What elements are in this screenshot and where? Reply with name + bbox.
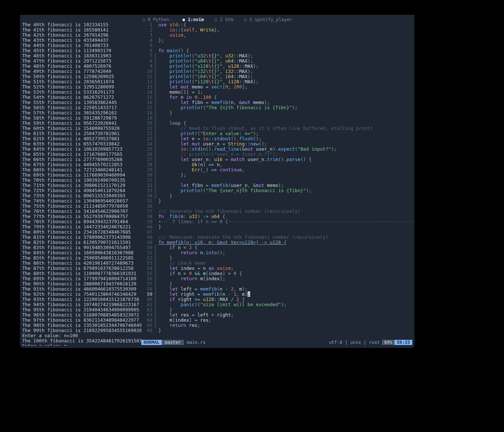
code-line[interactable]: 39+-- 7 lines: if n == 0 {··············… bbox=[141, 219, 412, 224]
code-line[interactable]: 25 io::stdin().read_line(&mut user_n).ex… bbox=[141, 147, 412, 152]
output-line: The 98th fibonacci is 135301852344706746… bbox=[22, 323, 141, 328]
code-line[interactable]: 2 io::{self, Write}, bbox=[141, 27, 412, 33]
code-line[interactable]: 16 let fibn = memfib(n, &mut memo); bbox=[141, 100, 412, 105]
code-line[interactable]: 37/// Generate the nth fibonnaci number … bbox=[141, 209, 412, 214]
output-line: Enter a value: n=100 bbox=[22, 333, 141, 338]
statusline: NORMAL master main.rs utf-8 | unix | rus… bbox=[141, 339, 412, 346]
code-line[interactable]: 53 // check memo bbox=[141, 261, 412, 266]
output-line: The 83th fibonacci is 99194853094755497 bbox=[22, 245, 141, 250]
output-line: The 54th fibonacci is 86267571272 bbox=[22, 95, 141, 100]
output-line: The 67th fibonacci is 44945570212853 bbox=[22, 162, 141, 167]
code-line[interactable]: 66} bbox=[141, 328, 412, 333]
output-line: The 99th fibonacci is 218922995834555169… bbox=[22, 328, 141, 333]
tab-2[interactable]: ○ 2 btm bbox=[215, 17, 233, 22]
code-line[interactable]: 31 bbox=[141, 178, 412, 183]
code-line[interactable]: 3 usize, bbox=[141, 33, 412, 38]
tab-0[interactable]: ○ 0 Python- bbox=[142, 17, 172, 22]
output-line: The 91th fibonacci is 466004661037553030… bbox=[22, 287, 141, 292]
output-line: The 55th fibonacci is 139583862445 bbox=[22, 100, 141, 105]
code-line[interactable]: 33 println!("The {user_n}th fibonacci is… bbox=[141, 188, 412, 193]
code-line[interactable]: 14 memo[1] = 1; bbox=[141, 90, 412, 95]
tab-1[interactable]: ● 1:nvim bbox=[182, 17, 204, 22]
code-line[interactable]: 52 } bbox=[141, 255, 412, 261]
code-line[interactable]: 64 m[index] = res; bbox=[141, 318, 412, 323]
code-line[interactable]: 23 let n = io::stdout().flush(); bbox=[141, 136, 412, 141]
terminal-output-pane[interactable]: The 40th fibonacci is 102334155The 41th … bbox=[22, 22, 141, 346]
output-line: The 40th fibonacci is 102334155 bbox=[22, 22, 141, 27]
output-line: The 74th fibonacci is 1304969544928657 bbox=[22, 198, 141, 204]
output-line: The 89th fibonacci is 177997941600471418… bbox=[22, 276, 141, 281]
code-line[interactable]: 60 if right >= u128::MAX / 2 { bbox=[141, 297, 412, 302]
output-line: The 72th fibonacci is 498454011879264 bbox=[22, 188, 141, 193]
code-line[interactable]: 58 let left = memfib(n - 2, m); bbox=[141, 287, 412, 292]
code-line[interactable]: 18 } bbox=[141, 110, 412, 115]
output-line: The 78th fibonacci is 8944394323791464 bbox=[22, 219, 141, 224]
output-line: The 92th fibonacci is 754011380474634642… bbox=[22, 292, 141, 297]
code-line[interactable]: 24 let mut user_n = String::new(); bbox=[141, 141, 412, 147]
code-line[interactable]: 20 loop { bbox=[141, 121, 412, 126]
code-line[interactable]: 55 if n > 0 && m[index] > 0 { bbox=[141, 271, 412, 276]
code-line[interactable]: 1use std::{ bbox=[141, 22, 412, 27]
code-line[interactable]: 59 let right = memfib(n - 1, m); bbox=[141, 292, 412, 297]
output-line: The 87th fibonacci is 679891637638612258 bbox=[22, 266, 141, 271]
code-line[interactable]: 38fn _fib(n: u32) -> u64 { bbox=[141, 214, 412, 219]
output-line: The 52th fibonacci is 32951280099 bbox=[22, 84, 141, 90]
code-line[interactable]: 57 } bbox=[141, 281, 412, 287]
code-line[interactable]: 7 println!("u32\t{}", u32::MAX); bbox=[141, 53, 412, 58]
code-line[interactable]: 26 // println!("user_n = {user_n:?}"); bbox=[141, 152, 412, 157]
code-line[interactable]: 10 println!("i32\t{}", i32::MAX); bbox=[141, 69, 412, 74]
file-encoding: utf-8 | unix | rust bbox=[327, 340, 382, 345]
output-line: The 42th fibonacci is 267914296 bbox=[22, 33, 141, 38]
code-line[interactable]: 30 }; bbox=[141, 173, 412, 178]
code-line[interactable]: 29 Err(_) => continue, bbox=[141, 167, 412, 173]
code-line[interactable]: 11 println!("i64\t{}", i64::MAX); bbox=[141, 74, 412, 79]
code-line[interactable]: 19 bbox=[141, 115, 412, 121]
editor-pane[interactable]: 1use std::{2 io::{self, Write},3 usize,4… bbox=[141, 22, 412, 339]
code-line[interactable]: 32 let fibn = memfib(user_n, &mut memo); bbox=[141, 183, 412, 188]
code-line[interactable]: 36 bbox=[141, 204, 412, 209]
code-line[interactable]: 27 let user_n: u16 = match user_n.trim()… bbox=[141, 157, 412, 162]
code-line[interactable]: 21 // Need to flush stdout, as it's ofte… bbox=[141, 126, 412, 131]
code-line[interactable]: 6fn main() { bbox=[141, 48, 412, 53]
code-line[interactable]: 50 if n < 2 { bbox=[141, 245, 412, 250]
code-line[interactable]: 51 return n.into(); bbox=[141, 250, 412, 255]
filename: main.rs bbox=[184, 340, 209, 345]
output-line: The 84th fibonacci is 160500643816367088 bbox=[22, 250, 141, 255]
code-line[interactable]: 46} bbox=[141, 224, 412, 230]
output-line: The 56th fibonacci is 225851433717 bbox=[22, 105, 141, 110]
output-line: The 88th fibonacci is 110008777836610193… bbox=[22, 271, 141, 276]
output-line: The 77th fibonacci is 5527939700884757 bbox=[22, 214, 141, 219]
output-line: The 100th fibonacci is 35422484817926191… bbox=[22, 338, 141, 344]
code-line[interactable]: 9 println!("u128\t{}", u128::MAX); bbox=[141, 64, 412, 69]
code-line[interactable]: 35} bbox=[141, 198, 412, 204]
code-line[interactable]: 8 println!("u64\t{}", u64::MAX); bbox=[141, 58, 412, 64]
code-line[interactable]: 65 return res; bbox=[141, 323, 412, 328]
code-line[interactable]: 56 return m[index]; bbox=[141, 276, 412, 281]
code-line[interactable]: 54 let index = n as usize; bbox=[141, 266, 412, 271]
code-line[interactable]: 34 } bbox=[141, 193, 412, 198]
code-line[interactable]: 12 println!("i128\t{}", i128::MAX); bbox=[141, 79, 412, 84]
code-line[interactable]: 4}; bbox=[141, 38, 412, 43]
output-line: The 59th fibonacci is 956722026041 bbox=[22, 121, 141, 126]
scroll-percent: 89% bbox=[382, 340, 394, 345]
code-line[interactable]: 47 bbox=[141, 230, 412, 235]
output-line: The 53th fibonacci is 53316291173 bbox=[22, 90, 141, 95]
code-line[interactable]: 49fn memfib(n: u16, m: &mut Vec<u128>) -… bbox=[141, 240, 412, 245]
code-line[interactable]: 62 } bbox=[141, 307, 412, 312]
code-line[interactable]: 17 println!("The {n}th fibonacci is {fib… bbox=[141, 105, 412, 110]
output-line: The 85th fibonacci is 259695496911122585 bbox=[22, 255, 141, 261]
git-branch: master bbox=[162, 340, 184, 345]
output-line: The 50th fibonacci is 12586269025 bbox=[22, 74, 141, 79]
output-line: The 66th fibonacci is 27777890035288 bbox=[22, 157, 141, 162]
code-line[interactable]: 48/// Memoised: Generate the nth fibonna… bbox=[141, 235, 412, 240]
output-line: The 47th fibonacci is 2971215073 bbox=[22, 58, 141, 64]
code-line[interactable]: 28 Ok(n) => n, bbox=[141, 162, 412, 167]
code-line[interactable]: 13 let mut memo = vec![0; 200]; bbox=[141, 84, 412, 90]
code-line[interactable]: 61 panic!("size limit will be exceeded")… bbox=[141, 302, 412, 307]
output-line: The 86th fibonacci is 420196140727489673 bbox=[22, 261, 141, 266]
code-line[interactable]: 63 let res = left + right; bbox=[141, 312, 412, 318]
tab-3[interactable]: ○ 3 spotify_player bbox=[244, 17, 292, 22]
code-line[interactable]: 15 for n in 0..100 { bbox=[141, 95, 412, 100]
code-line[interactable]: 22 print!("Enter a value: n="); bbox=[141, 131, 412, 136]
code-line[interactable]: 5 bbox=[141, 43, 412, 48]
